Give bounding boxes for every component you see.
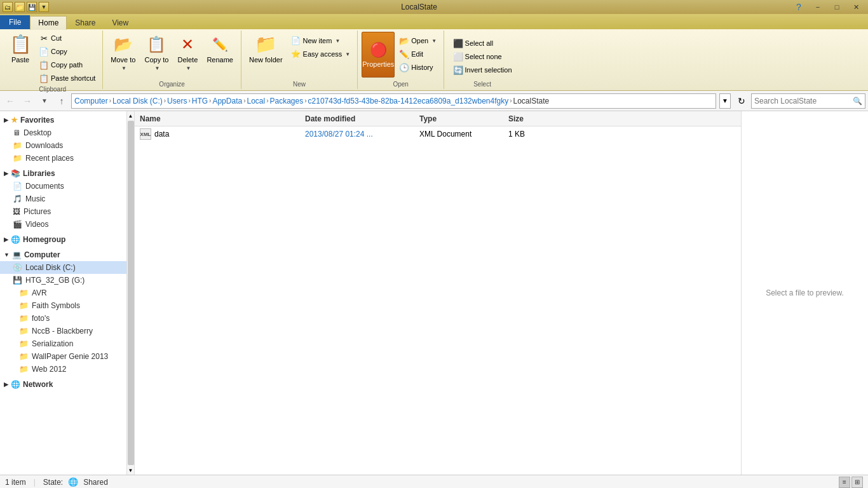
sidebar-item-pictures[interactable]: 🖼 Pictures xyxy=(0,205,126,218)
new-folder-button[interactable]: 📁 New folder xyxy=(245,32,287,78)
breadcrumb-local[interactable]: Local xyxy=(247,97,265,105)
dropdown-arrow[interactable]: ▼ xyxy=(719,93,731,109)
tab-file[interactable]: File xyxy=(0,15,30,29)
statusbar: 1 item | State: 🌐 Shared ≡ ⊞ xyxy=(0,475,868,488)
refresh-button[interactable]: ↻ xyxy=(734,93,749,109)
search-icon[interactable]: 🔍 xyxy=(853,97,862,105)
sidebar-item-documents[interactable]: 📄 Documents xyxy=(0,180,126,193)
forward-button[interactable]: → xyxy=(20,93,35,109)
easy-access-button[interactable]: ⭐ Easy access ▼ xyxy=(288,48,354,60)
edit-button[interactable]: ✏️ Edit xyxy=(396,48,440,60)
help-button[interactable]: ? xyxy=(789,1,808,13)
app-icon-3: 💾 xyxy=(27,2,37,12)
breadcrumb-computer[interactable]: Computer xyxy=(74,97,108,105)
list-view-button[interactable]: ≡ xyxy=(839,477,850,488)
address-bar-dropdown[interactable]: ▼ xyxy=(719,93,731,109)
breadcrumb-appdata[interactable]: AppData xyxy=(212,97,242,105)
scroll-up-button[interactable]: ▲ xyxy=(127,111,135,120)
sidebar-item-web2012[interactable]: 📁 Web 2012 xyxy=(0,363,126,376)
sidebar-item-downloads[interactable]: 📁 Downloads xyxy=(0,139,126,152)
scroll-down-button[interactable]: ▼ xyxy=(127,466,135,475)
sidebar-item-videos[interactable]: 🎬 Videos xyxy=(0,218,126,231)
sidebar-item-music[interactable]: 🎵 Music xyxy=(0,193,126,205)
column-date[interactable]: Date modified xyxy=(305,114,419,123)
open-button[interactable]: 📂 Open ▼ xyxy=(396,34,440,47)
move-to-arrow: ▼ xyxy=(121,65,126,72)
rename-button[interactable]: ✏️ Rename xyxy=(203,32,237,78)
sidebar-item-g-drive[interactable]: 💾 HTG_32_GB (G:) xyxy=(0,274,126,287)
new-group: 📁 New folder 📄 New item ▼ ⭐ Easy access … xyxy=(241,30,358,89)
tab-view[interactable]: View xyxy=(104,15,137,29)
select-label: Select xyxy=(473,79,491,88)
paste-shortcut-button[interactable]: 📋 Paste shortcut xyxy=(36,72,98,85)
search-bar[interactable]: 🔍 xyxy=(751,93,865,109)
new-label: New xyxy=(293,79,306,88)
sidebar: ▶ ★ Favorites 🖥 Desktop 📁 Downloads 📁 Re… xyxy=(0,111,127,475)
breadcrumb-localstate[interactable]: LocalState xyxy=(513,97,550,105)
quick-access-arrow[interactable]: ▼ xyxy=(39,2,49,12)
copy-to-button[interactable]: 📋 Copy to ▼ xyxy=(140,32,172,78)
computer-expand-arrow: ▼ xyxy=(4,252,10,258)
sidebar-item-serialization[interactable]: 📁 Serialization xyxy=(0,337,126,350)
select-all-button[interactable]: ⬛ Select all xyxy=(450,37,515,50)
breadcrumb-htg[interactable]: HTG xyxy=(192,97,208,105)
libraries-header[interactable]: ▶ 📚 Libraries xyxy=(0,167,126,180)
column-size[interactable]: Size xyxy=(508,114,559,123)
copy-path-button[interactable]: 📋 Copy path xyxy=(36,58,98,71)
tab-home[interactable]: Home xyxy=(30,16,67,30)
computer-header[interactable]: ▼ 💻 Computer xyxy=(0,248,126,261)
tab-share[interactable]: Share xyxy=(67,15,104,29)
invert-selection-button[interactable]: 🔄 Invert selection xyxy=(450,64,515,76)
invert-icon: 🔄 xyxy=(453,65,463,75)
recent-icon: 📁 xyxy=(13,154,22,163)
sidebar-item-avr[interactable]: 📁 AVR xyxy=(0,287,126,299)
pictures-icon: 🖼 xyxy=(13,207,20,216)
history-button[interactable]: 🕒 History xyxy=(396,61,440,74)
sidebar-item-desktop[interactable]: 🖥 Desktop xyxy=(0,126,126,139)
grid-view-button[interactable]: ⊞ xyxy=(851,477,863,488)
sidebar-scrollbar[interactable]: ▲ ▼ xyxy=(127,111,135,475)
sidebar-item-c-drive[interactable]: 💿 Local Disk (C:) xyxy=(0,261,126,274)
properties-button[interactable]: 🔴 Properties xyxy=(362,32,395,78)
move-to-button[interactable]: 📂 Move to ▼ xyxy=(107,32,139,78)
scroll-thumb[interactable] xyxy=(128,121,134,465)
sidebar-item-fotos[interactable]: 📁 foto's xyxy=(0,312,126,325)
delete-button[interactable]: ✕ Delete ▼ xyxy=(173,32,201,78)
breadcrumb-pkg-id[interactable]: c210743d-fd53-43be-82ba-1412eca6809a_d13… xyxy=(308,97,509,105)
table-row[interactable]: XML data 2013/08/27 01:24 ... XML Docume… xyxy=(135,126,741,142)
favorites-header[interactable]: ▶ ★ Favorites xyxy=(0,114,126,126)
column-type[interactable]: Type xyxy=(419,114,508,123)
breadcrumb-packages[interactable]: Packages xyxy=(270,97,304,105)
maximize-button[interactable]: □ xyxy=(827,1,846,13)
sidebar-item-faith[interactable]: 📁 Faith Symbols xyxy=(0,299,126,312)
sidebar-item-recent[interactable]: 📁 Recent places xyxy=(0,152,126,165)
network-header[interactable]: ▶ 🌐 Network xyxy=(0,378,126,391)
copy-to-icon: 📋 xyxy=(146,34,166,55)
copy-icon: 📄 xyxy=(39,46,49,57)
search-input[interactable] xyxy=(754,97,853,105)
homegroup-header[interactable]: ▶ 🌐 Homegroup xyxy=(0,233,126,246)
recent-locations-button[interactable]: ▼ xyxy=(37,93,52,109)
up-button[interactable]: ↑ xyxy=(54,93,69,109)
sidebar-item-nccb[interactable]: 📁 NccB - Blackberry xyxy=(0,325,126,337)
minimize-button[interactable]: − xyxy=(808,1,827,13)
titlebar: 🗂 📁 💾 ▼ LocalState ? − □ ✕ xyxy=(0,0,868,14)
select-none-button[interactable]: ⬜ Select none xyxy=(450,50,515,63)
paste-button[interactable]: 📋 Paste xyxy=(6,32,34,78)
sidebar-item-wallpaper[interactable]: 📁 WallPaper Genie 2013 xyxy=(0,350,126,363)
address-bar[interactable]: Computer › Local Disk (C:) › Users › HTG… xyxy=(71,93,716,109)
close-button[interactable]: ✕ xyxy=(846,1,865,13)
new-item-button[interactable]: 📄 New item ▼ xyxy=(288,34,354,47)
cut-button[interactable]: ✂ Cut xyxy=(36,32,98,44)
wallpaper-folder-icon: 📁 xyxy=(19,352,29,361)
breadcrumb-c-drive[interactable]: Local Disk (C:) xyxy=(112,97,163,105)
breadcrumb-sep-6: › xyxy=(266,97,268,104)
refresh-icon[interactable]: ↻ xyxy=(734,93,749,109)
back-button[interactable]: ← xyxy=(3,93,18,109)
favorites-label: Favorites xyxy=(20,116,54,125)
state-value: Shared xyxy=(83,478,108,487)
nccb-folder-icon: 📁 xyxy=(19,327,29,336)
column-name[interactable]: Name xyxy=(140,114,305,123)
breadcrumb-users[interactable]: Users xyxy=(167,97,187,105)
copy-button[interactable]: 📄 Copy xyxy=(36,45,98,58)
